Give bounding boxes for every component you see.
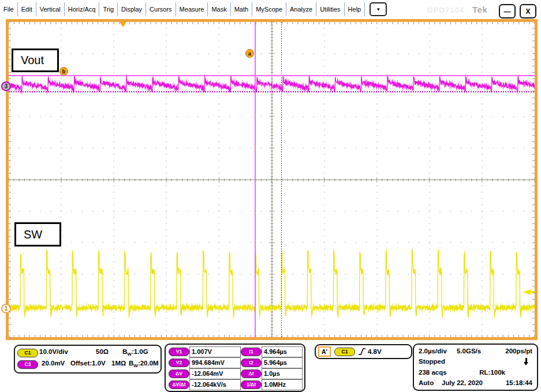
tek-logo: Tek [472, 5, 487, 14]
v1-value[interactable]: 1.007V [189, 346, 241, 357]
v1-pill[interactable]: V1 [169, 348, 189, 356]
dt-value[interactable]: 1.0µs [262, 368, 303, 379]
model-watermark: DPO7104 [427, 6, 464, 14]
menu-file[interactable]: File [0, 1, 17, 18]
down-arrow-icon [524, 358, 528, 365]
horizontal-readout-panel: 2.0µs/div 5.0GS/s 200ps/pt Stopped 238 a… [413, 344, 538, 391]
menu-trig[interactable]: Trig [99, 1, 117, 18]
t1-pill[interactable]: t1 [241, 348, 262, 356]
invdt-pill[interactable]: 1/Δt [241, 380, 262, 389]
menu-display[interactable]: Display [118, 1, 145, 18]
dvdt-value[interactable]: -12.064kV/s [189, 379, 241, 390]
resolution: 200ps/pt [505, 348, 532, 354]
acquisition-count: 238 acqs [419, 369, 447, 376]
ch1-pill[interactable]: C1 [17, 349, 38, 357]
t2-value[interactable]: 5.964µs [262, 357, 303, 368]
horizontal-cursor-1[interactable] [9, 75, 535, 76]
sample-rate: 5.0GS/s [457, 348, 481, 354]
invdt-value[interactable]: 1.0MHz [262, 379, 303, 390]
ch3-bandwidth: BW:20.0M [129, 360, 159, 368]
menu-separator [364, 2, 365, 16]
ch1-scale: 10.0V/div [39, 348, 68, 355]
menu-vertical[interactable]: Vertical [36, 1, 64, 18]
ch1-bandwidth: BW:1.0G [122, 348, 148, 357]
trigger-a-label[interactable]: A' [318, 346, 331, 357]
waveform-canvas[interactable] [9, 22, 535, 337]
ch1-impedance: 50Ω [96, 348, 109, 355]
acquisition-state: Stopped [419, 358, 445, 365]
trigger-position-marker[interactable] [120, 22, 126, 27]
vout-annotation: Vout [12, 48, 59, 72]
menu-dropdown-button[interactable]: ▼ [370, 2, 387, 16]
v2-pill[interactable]: V2 [169, 359, 189, 367]
vertical-cursor-1[interactable] [255, 22, 256, 337]
horizontal-cursor-2[interactable] [9, 91, 535, 92]
dv-value[interactable]: -12.064mV [189, 368, 241, 379]
rising-edge-icon [358, 348, 366, 356]
menu-horiz-acq[interactable]: Horiz/Acq [65, 1, 99, 18]
trigger-source-pill[interactable]: C1 [334, 348, 355, 356]
trigger-readout-panel: A' C1 4.8V [315, 344, 412, 359]
cursor-readout-panel: V1 1.007V V2 994.684mV ΔV -12.064mV ΔV/Δ… [165, 344, 305, 392]
trigger-level-arrow-tail [530, 291, 535, 293]
dvdt-pill[interactable]: ΔV/Δt [169, 380, 189, 389]
channel-3-badge[interactable]: 3 [1, 81, 11, 91]
vertical-cursor-2[interactable] [281, 22, 282, 337]
date: July 22, 2020 [442, 379, 483, 386]
menu-cursors[interactable]: Cursors [146, 1, 176, 18]
time: 15:18:44 [506, 379, 532, 386]
ch3-pill[interactable]: C3 [17, 360, 38, 369]
menu-myscope[interactable]: MyScope [252, 1, 286, 18]
ch3-offset: Offset:1.0V [70, 360, 106, 367]
channel-readout-panel: C1 10.0V/div 50Ω BW:1.0G C3 20.0mV Offse… [14, 345, 162, 374]
trigger-level-value: 4.8V [368, 348, 382, 355]
cursor-b-marker[interactable]: b [59, 67, 68, 76]
menu-mask[interactable]: Mask [208, 1, 230, 18]
channel-3-arrow-icon: ➤ [11, 81, 17, 89]
sw-annotation: SW [14, 222, 61, 247]
oscilloscope-window: { "window": { "menu_items": ["File","Edi… [0, 0, 541, 392]
v2-value[interactable]: 994.684mV [189, 357, 241, 368]
menu-edit[interactable]: Edit [18, 1, 36, 18]
menu-analyze[interactable]: Analyze [286, 1, 316, 18]
menu-utilities[interactable]: Utilities [316, 1, 344, 18]
minimize-button[interactable]: — [499, 4, 516, 18]
t1-value[interactable]: 4.964µs [262, 346, 303, 357]
menu-help[interactable]: Help [345, 1, 365, 18]
record-length: RL:100k [479, 369, 505, 376]
cursor-a-marker[interactable]: a [245, 49, 254, 58]
close-button[interactable]: X [520, 4, 536, 18]
menu-math[interactable]: Math [231, 1, 252, 18]
ch3-scale: 20.0mV [42, 360, 65, 367]
channel-1-badge[interactable]: 1 [1, 304, 11, 313]
dt-pill[interactable]: Δt [241, 369, 262, 378]
graticule-area: Vout SW a b [6, 19, 538, 340]
ch3-impedance: 1MΩ [111, 360, 126, 367]
timebase: 2.0µs/div [419, 348, 447, 354]
dv-pill[interactable]: ΔV [169, 369, 189, 378]
channel-1-arrow-icon: ➤ [11, 304, 17, 312]
trigger-mode: Auto [419, 379, 434, 386]
t2-pill[interactable]: t2 [241, 359, 262, 367]
menu-measure[interactable]: Measure [176, 1, 208, 18]
